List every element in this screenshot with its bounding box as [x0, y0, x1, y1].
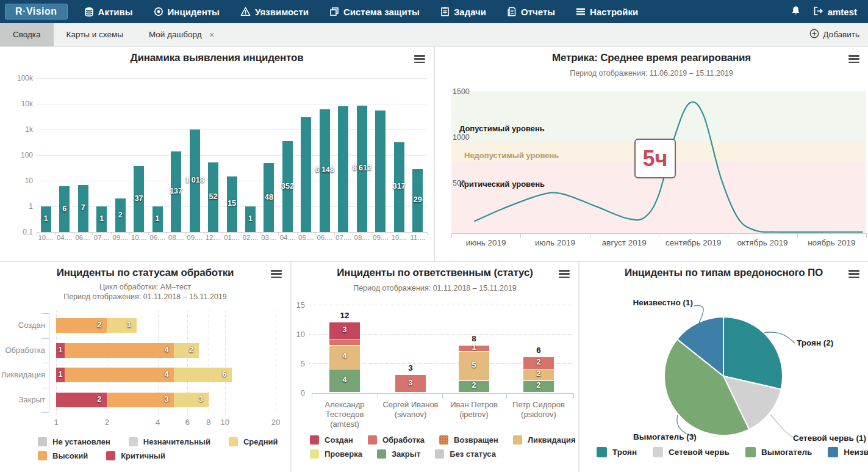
- y-tick-label: 10: [292, 330, 305, 339]
- segment-value-label: 3: [395, 379, 426, 387]
- notifications-button[interactable]: [782, 5, 809, 18]
- segment-value-label: 2: [459, 381, 489, 390]
- legend-swatch: [106, 451, 115, 460]
- app-logo[interactable]: R·Vision: [5, 4, 68, 20]
- nav-item-label: Уязвимости: [255, 7, 309, 17]
- chart-title-metric: Метрика: Среднее время реагирования: [435, 52, 868, 64]
- pie-label-Сетевой червь: Сетевой червь (1): [793, 434, 866, 443]
- segment-value-label: 6: [174, 370, 226, 379]
- x-tick-label: август 2019: [590, 238, 659, 247]
- layers-icon: [329, 7, 339, 16]
- panel-incident-dynamics: Динамика выявления инцидентов Количество…: [0, 47, 434, 261]
- nav-item-layers[interactable]: Система защиты: [319, 0, 430, 23]
- x-tick-label: октябрь 2019: [728, 238, 797, 247]
- nav-item-warning[interactable]: Уязвимости: [230, 0, 319, 23]
- nav-item-database[interactable]: Активы: [74, 0, 143, 23]
- legend-label: Сетевой червь: [669, 448, 730, 457]
- gridline: [37, 78, 427, 79]
- zone-label: Критический уровень: [459, 180, 545, 189]
- nav-item-label: Отчеты: [521, 7, 555, 17]
- gridline: [37, 104, 427, 104]
- x-axis-line: [37, 232, 427, 233]
- nav-item-label: Задачи: [454, 7, 486, 17]
- nav-item-report[interactable]: Отчеты: [497, 0, 565, 23]
- segment-value-label: 3: [329, 325, 360, 334]
- legend-label: Незначительный: [143, 437, 210, 446]
- legend-item-Ликвидация[interactable]: Ликвидация: [513, 435, 576, 445]
- legend-item-Троян[interactable]: Троян: [597, 447, 637, 457]
- logout-icon: [813, 6, 823, 18]
- legend-item-Без статуса[interactable]: Без статуса: [435, 449, 496, 459]
- segment-value-label: 2: [174, 346, 193, 354]
- legend-item-Средний[interactable]: Средний: [229, 437, 278, 446]
- x-tick: [797, 233, 798, 238]
- row-label-Создан: Создан: [0, 321, 45, 330]
- panel-incidents-by-responsible: Инциденты по ответственным (статус) Пери…: [292, 262, 578, 472]
- y-tick-label: 0: [292, 388, 305, 398]
- segment-value-label: 4: [329, 352, 360, 360]
- bar-total-label: 6: [517, 346, 560, 355]
- legend-swatch: [38, 437, 47, 446]
- legend-item-Неизвестно[interactable]: Неизвестно: [828, 447, 868, 457]
- add-dashboard-button[interactable]: Добавить: [809, 29, 859, 40]
- zone-label: Недопустимый уровень: [464, 151, 559, 160]
- y-tick-label: 10k: [0, 100, 33, 108]
- y-tick-label: 10: [0, 176, 33, 185]
- legend-swatch: [38, 451, 47, 460]
- legend-item-Сетевой червь[interactable]: Сетевой червь: [653, 447, 730, 457]
- segment-value-label: 3: [174, 395, 203, 404]
- legend-swatch: [368, 435, 377, 445]
- tasks-icon: [440, 7, 450, 16]
- x-tick: [659, 233, 659, 238]
- zone-label: Допустимый уровень: [459, 124, 545, 133]
- tab-Мой дашборд[interactable]: Мой дашборд×: [136, 23, 228, 46]
- legend-item-Вымогатель[interactable]: Вымогатель: [745, 447, 812, 457]
- legend-swatch: [377, 449, 386, 459]
- legend-label: Проверка: [325, 449, 362, 459]
- close-tab-icon[interactable]: ×: [209, 30, 215, 39]
- legend-item-Закрыт[interactable]: Закрыт: [377, 449, 420, 459]
- nav-item-tasks[interactable]: Задачи: [430, 0, 497, 23]
- gridline: [37, 155, 427, 156]
- tab-label: Мой дашборд: [149, 30, 202, 39]
- pie-chart-plot: Троян (2)Сетевой червь (1)Вымогатель (3)…: [579, 262, 868, 472]
- legend-item-Незначительный[interactable]: Незначительный: [129, 437, 210, 446]
- chart-menu-button[interactable]: [414, 55, 425, 65]
- x-tick-label: 4: [146, 418, 170, 427]
- legend-item-Не установлен[interactable]: Не установлен: [38, 437, 110, 446]
- legend-item-Создан[interactable]: Создан: [310, 435, 353, 445]
- y-tick: [41, 412, 49, 413]
- bar-09....: [375, 111, 386, 232]
- x-category-label: (psidorov): [490, 410, 587, 419]
- legend-item-Возвращен[interactable]: Возвращен: [439, 435, 498, 445]
- segment-value-label: 1: [56, 346, 65, 354]
- tab-Сводка[interactable]: Сводка: [0, 23, 54, 46]
- segment-value-label: 4: [329, 376, 360, 384]
- user-logout-button[interactable]: amtest: [809, 6, 868, 18]
- legend-item-Проверка[interactable]: Проверка: [310, 449, 362, 459]
- legend-label: Возвращен: [454, 435, 498, 445]
- x-category-label: Петр Сидоров: [490, 400, 587, 409]
- legend-label: Обработка: [382, 435, 425, 445]
- x-tick-label: сентябрь 2019: [659, 238, 728, 247]
- nav-item-target[interactable]: Инциденты: [143, 0, 230, 23]
- chart-menu-button[interactable]: [848, 55, 859, 65]
- gridline: [225, 311, 226, 415]
- nav-item-menu[interactable]: Настройки: [565, 0, 648, 23]
- y-tick-label: 1000: [453, 133, 470, 142]
- warning-icon: [240, 7, 251, 16]
- legend-item-Обработка[interactable]: Обработка: [368, 435, 425, 445]
- y-tick: [41, 363, 49, 363]
- legend-label: Не установлен: [52, 437, 110, 446]
- nav-item-label: Настройки: [590, 7, 638, 17]
- panel-metric-response-time: Метрика: Среднее время реагирования Пери…: [435, 47, 868, 261]
- segment-value-label: 2: [523, 358, 554, 366]
- bar-value-label: 29: [400, 195, 436, 204]
- bar-value-label: 37: [121, 194, 157, 203]
- legend-swatch: [435, 449, 444, 459]
- tab-Карты и схемы[interactable]: Карты и схемы: [54, 23, 136, 46]
- legend-swatch: [653, 447, 663, 457]
- chart-subtitle-metric: Период отображения: 11.06.2019 – 15.11.2…: [435, 69, 868, 78]
- legend-item-Высокий[interactable]: Высокий: [38, 451, 88, 460]
- legend-item-Критичный[interactable]: Критичный: [106, 451, 165, 460]
